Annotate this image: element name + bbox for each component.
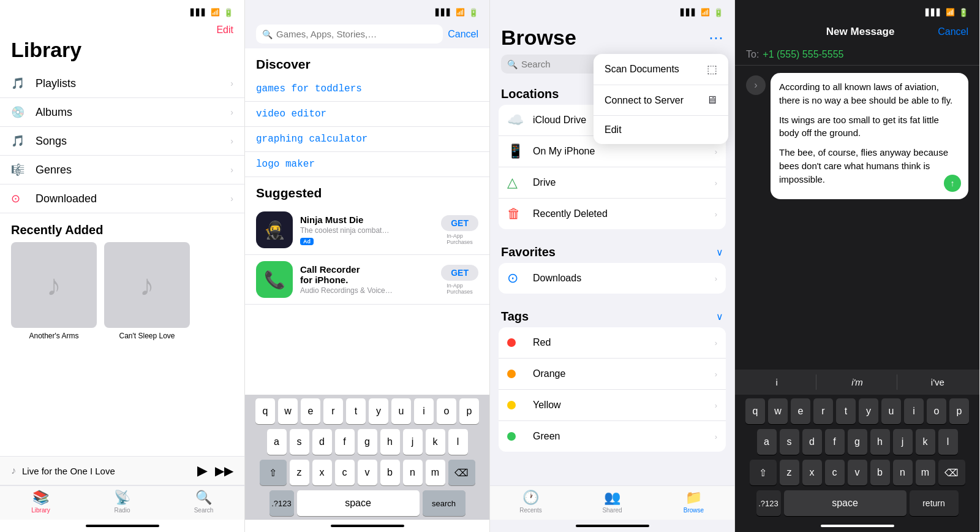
recorder-get-button[interactable]: GET [441, 265, 478, 281]
ac-word-3[interactable]: i've [899, 374, 977, 390]
dkey-numbers[interactable]: .?123 [756, 490, 781, 516]
ctx-edit[interactable]: Edit [594, 116, 728, 144]
search-input-wrap[interactable]: 🔍 [256, 25, 443, 44]
ac-word-2[interactable]: i'm [818, 374, 897, 390]
dkey-r[interactable]: r [813, 398, 833, 424]
key-space[interactable]: space [297, 490, 420, 516]
location-deleted[interactable]: 🗑 Recently Deleted › [499, 199, 726, 229]
dkey-s[interactable]: s [780, 429, 799, 455]
key-numbers[interactable]: .?123 [270, 490, 294, 516]
dkey-i[interactable]: i [904, 398, 924, 424]
skip-button[interactable]: ▶▶ [215, 463, 233, 478]
key-t[interactable]: t [346, 398, 366, 424]
key-q[interactable]: q [255, 398, 275, 424]
dkey-j[interactable]: j [893, 429, 913, 455]
dkey-space[interactable]: space [784, 490, 907, 516]
key-p[interactable]: p [459, 398, 479, 424]
key-n[interactable]: n [403, 460, 423, 485]
send-button[interactable]: ↑ [944, 175, 961, 192]
tag-green[interactable]: Green › [499, 421, 726, 452]
key-x[interactable]: x [312, 460, 332, 485]
key-d[interactable]: d [312, 429, 332, 455]
key-k[interactable]: k [426, 429, 445, 455]
dkey-n[interactable]: n [893, 460, 913, 485]
key-backspace[interactable]: ⌫ [448, 460, 475, 485]
key-j[interactable]: j [403, 429, 423, 455]
fnav-shared[interactable]: 👥 Shared [571, 490, 653, 514]
message-bubble[interactable]: According to all known laws of aviation,… [771, 73, 968, 199]
key-u[interactable]: u [391, 398, 411, 424]
tag-orange[interactable]: Orange › [499, 359, 726, 390]
key-v[interactable]: v [358, 460, 377, 485]
key-h[interactable]: h [380, 429, 400, 455]
dkey-return[interactable]: return [910, 490, 959, 516]
key-f[interactable]: f [335, 429, 355, 455]
dkey-o[interactable]: o [927, 398, 946, 424]
dkey-d[interactable]: d [802, 429, 822, 455]
dkey-f[interactable]: f [825, 429, 845, 455]
library-item-albums[interactable]: 💿 Albums › [0, 98, 244, 127]
key-e[interactable]: e [301, 398, 320, 424]
location-drive[interactable]: △ Drive › [499, 167, 726, 199]
key-r[interactable]: r [323, 398, 343, 424]
dkey-z[interactable]: z [780, 460, 799, 485]
key-l[interactable]: l [448, 429, 468, 455]
ctx-connect-server[interactable]: Connect to Server 🖥 [594, 85, 728, 116]
dkey-y[interactable]: y [859, 398, 878, 424]
key-s[interactable]: s [290, 429, 309, 455]
suggestion-1[interactable]: games for toddlers [245, 77, 489, 102]
dkey-m[interactable]: m [916, 460, 935, 485]
app-card-recorder[interactable]: 📞 Call Recorderfor iPhone. Audio Recordi… [245, 255, 489, 305]
tag-yellow[interactable]: Yellow › [499, 390, 726, 421]
library-item-playlists[interactable]: 🎵 Playlists › [0, 69, 244, 98]
key-w[interactable]: w [278, 398, 298, 424]
dkey-u[interactable]: u [881, 398, 901, 424]
dkey-b[interactable]: b [870, 460, 890, 485]
key-search[interactable]: search [423, 490, 466, 516]
dkey-g[interactable]: g [848, 429, 867, 455]
nav-item-library[interactable]: 📚 Library [0, 490, 81, 514]
dkey-e[interactable]: e [791, 398, 810, 424]
favorites-collapse-icon[interactable]: ∨ [716, 246, 723, 258]
dkey-h[interactable]: h [870, 429, 890, 455]
dkey-q[interactable]: q [745, 398, 765, 424]
key-o[interactable]: o [437, 398, 456, 424]
fav-downloads[interactable]: ⊙ Downloads › [499, 263, 726, 294]
key-shift[interactable]: ⇧ [260, 460, 287, 485]
dkey-v[interactable]: v [848, 460, 867, 485]
key-c[interactable]: c [335, 460, 355, 485]
key-y[interactable]: y [369, 398, 388, 424]
key-z[interactable]: z [290, 460, 309, 485]
ac-word-1[interactable]: i [737, 374, 816, 390]
to-value[interactable]: +1 (555) 555-5555 [763, 49, 843, 60]
suggestion-2[interactable]: video editor [245, 102, 489, 127]
ctx-scan-documents[interactable]: Scan Documents ⬚ [594, 54, 728, 85]
search-cancel-button[interactable]: Cancel [448, 29, 478, 40]
key-m[interactable]: m [426, 460, 445, 485]
fnav-recents[interactable]: 🕐 Recents [490, 490, 571, 514]
suggestion-4[interactable]: logo maker [245, 152, 489, 177]
message-arrow-button[interactable]: › [746, 75, 766, 95]
key-i[interactable]: i [414, 398, 434, 424]
dkey-p[interactable]: p [949, 398, 969, 424]
dkey-x[interactable]: x [802, 460, 822, 485]
nav-item-search[interactable]: 🔍 Search [163, 490, 244, 514]
search-input[interactable] [276, 29, 437, 39]
nav-item-radio[interactable]: 📡 Radio [81, 490, 163, 514]
album-item-1[interactable]: ♪ Another's Arms [11, 242, 97, 340]
dkey-backspace[interactable]: ⌫ [938, 460, 965, 485]
dkey-a[interactable]: a [757, 429, 777, 455]
dkey-c[interactable]: c [825, 460, 845, 485]
app-card-ninja[interactable]: 🥷 Ninja Must Die The coolest ninja comba… [245, 205, 489, 255]
dkey-k[interactable]: k [916, 429, 935, 455]
tags-collapse-icon[interactable]: ∨ [716, 311, 723, 322]
dkey-t[interactable]: t [836, 398, 856, 424]
fnav-browse[interactable]: 📁 Browse [653, 490, 734, 514]
key-g[interactable]: g [358, 429, 377, 455]
library-item-downloaded[interactable]: ⊙ Downloaded › [0, 184, 244, 213]
edit-button[interactable]: Edit [216, 25, 233, 36]
album-item-2[interactable]: ♪ Can't Sleep Love [104, 242, 190, 340]
play-button[interactable]: ▶ [197, 463, 208, 479]
message-cancel-button[interactable]: Cancel [938, 26, 968, 37]
now-playing-bar[interactable]: ♪ Live for the One I Love ▶ ▶▶ [0, 456, 244, 485]
